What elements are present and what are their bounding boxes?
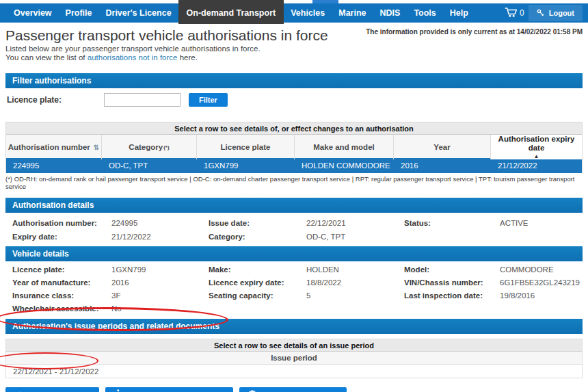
authorisation-details-header: Authorisation details [5,198,583,213]
cell-make-and-model: HOLDEN COMMODORE [295,158,394,173]
field-value: 2016 [111,277,209,289]
current-as-at-text: The information provided is only current… [366,28,583,36]
trash-icon [249,390,256,392]
category-footnote: (*) OD-RH: on-demand rank or hail passen… [5,175,583,190]
licence-plate-input[interactable] [104,93,181,107]
category-footnote-marker: (*) [163,143,169,152]
cell-category: OD-C, TPT [102,158,197,173]
nav-marine[interactable]: Marine [332,3,373,23]
page-content: The information provided is only current… [0,27,588,392]
field-label: Issue date: [209,218,306,229]
field-value: 224995 [111,218,209,229]
change-wheelchair-details-button[interactable]: Change wheelchair details [105,387,233,392]
field-value: HOLDEN [306,264,404,276]
issue-periods-header: Authorisation's issue periods and relate… [5,319,583,334]
filter-button[interactable]: Filter [189,93,228,107]
authorisation-details-body: Authorisation number: 224995 Issue date:… [5,213,583,246]
field-value: 21/12/2022 [111,231,209,243]
vehicle-details-body: Licence plate: 1GXN799 Make: HOLDEN Mode… [5,261,583,318]
filter-body: Licence plate: Filter [5,88,583,109]
column-authorisation-number[interactable]: Authorisation number⇅ [6,135,102,159]
top-nav-wrap: Overview Profile Driver's Licence On-dem… [0,0,588,23]
issue-period-row[interactable]: 22/12/2021 - 21/12/2022 [6,365,582,378]
field-label: Expiry date: [12,231,111,243]
issue-periods-table: Select a row to see details of an issue … [5,339,583,378]
field-label: VIN/Chassis number: [404,277,500,289]
field-label: Make: [209,264,306,276]
cart-icon [505,7,517,20]
field-value: 5 [306,290,404,302]
filter-panel-header: Filter authorisations [5,73,583,88]
nav-vehicles[interactable]: Vehicles [284,3,332,23]
field-label: Status: [404,218,500,229]
intro-line-1: Listed below are your passenger transpor… [5,44,583,53]
field-label: Licence plate: [12,264,111,276]
column-year[interactable]: Year [394,135,491,159]
field-value: 22/12/2021 [306,218,404,229]
nav-overview[interactable]: Overview [7,3,59,23]
vehicle-details-header: Vehicle details [5,246,583,261]
column-issue-period: Issue period [6,352,582,365]
field-value: 6G1FB5E32GL243219 [500,277,583,289]
licence-plate-label: Licence plate: [5,95,104,105]
cell-authorisation-expiry-date: 21/12/2022 [491,158,582,173]
column-authorisation-expiry-date[interactable]: Authorisation expiry date ▲ [491,135,582,159]
nav-tools[interactable]: Tools [407,3,442,23]
column-licence-plate[interactable]: Licence plate [197,135,295,159]
cell-year: 2016 [394,158,491,173]
nav-drivers-licence[interactable]: Driver's Licence [99,3,178,23]
vehicle-details-panel: Vehicle details Licence plate: 1GXN799 M… [5,246,583,318]
wheelchair-icon [115,389,122,392]
field-label: Authorisation number: [12,218,111,229]
logout-label: Logout [549,9,574,17]
column-make-and-model[interactable]: Make and model [295,135,394,159]
intro-line-2-prefix: You can view the list of [5,53,88,62]
issue-periods-panel: Authorisation's issue periods and relate… [5,319,583,383]
authorisations-table-header: Authorisation number⇅ Category(*) Licenc… [6,135,582,158]
key-icon [537,9,544,18]
top-nav: Overview Profile Driver's Licence On-dem… [0,3,588,23]
cell-licence-plate: 1GXN799 [197,158,295,173]
nav-ndis[interactable]: NDIS [373,3,407,23]
nav-items: Overview Profile Driver's Licence On-dem… [7,3,475,23]
spacer [5,378,583,383]
sort-both-icon: ⇅ [94,143,99,152]
intro-line-2: You can view the list of authorisations … [5,53,583,62]
action-buttons: ⇄ Change category Change wheelchair deta… [5,387,583,392]
field-value: ACTIVE [500,218,583,229]
issue-periods-caption: Select a row to see details of an issue … [6,339,582,352]
field-label: Model: [404,264,500,276]
field-value: COMMODORE [500,264,583,276]
field-value: 3F [111,290,209,302]
intro-line-2-suffix: here. [177,53,197,62]
cancel-authorisation-button[interactable]: Cancel authorisation [239,387,347,392]
nav-help[interactable]: Help [443,3,475,23]
field-label: Year of manufacture: [12,277,111,289]
nav-profile[interactable]: Profile [59,3,99,23]
authorisation-details-panel: Authorisation details Authorisation numb… [5,198,583,246]
field-label: Seating capacity: [209,290,306,302]
nav-on-demand-transport[interactable]: On-demand Transport [178,0,284,24]
field-value: 1GXN799 [111,264,209,276]
field-value: No [111,303,209,315]
field-label: Category: [209,231,306,243]
column-category[interactable]: Category(*) [102,135,197,159]
authorisations-table: Select a row to see details of, or effec… [5,122,583,173]
authorisations-table-caption: Select a row to see details of, or effec… [6,122,582,135]
authorisation-row-selected[interactable]: 224995 OD-C, TPT 1GXN799 HOLDEN COMMODOR… [6,158,582,173]
field-value: 19/8/2016 [500,290,583,302]
field-label: Licence expiry date: [209,277,306,289]
logout-button[interactable]: Logout [529,5,583,21]
filter-panel: Filter authorisations Licence plate: Fil… [5,73,583,109]
field-value: 18/8/2022 [306,277,404,289]
field-label: Wheelchair accessible: [12,303,111,315]
field-value: OD-C, TPT [306,231,404,243]
change-category-button[interactable]: ⇄ Change category [5,387,99,392]
page-head: The information provided is only current… [5,27,583,62]
cell-authorisation-number: 224995 [6,158,102,173]
nav-right: 0 Logout [505,5,583,21]
field-label: Last inspection date: [404,290,500,302]
field-label: Insurance class: [12,290,111,302]
cart-button[interactable]: 0 [505,7,524,20]
authorisations-not-in-force-link[interactable]: authorisations not in force [88,53,178,62]
